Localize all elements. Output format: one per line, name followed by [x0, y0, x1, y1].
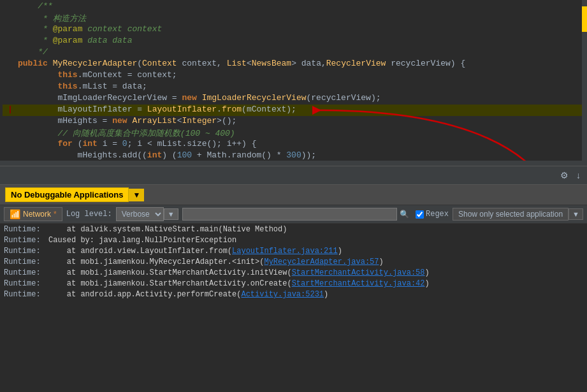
log-level-arrow[interactable]: ▼: [164, 208, 178, 220]
search-icon: 🔍: [397, 210, 412, 219]
log-link[interactable]: LayoutInflater.java:211: [232, 247, 338, 258]
app-selector-label: No Debuggable Applications: [11, 190, 123, 200]
log-suffix: ): [338, 247, 342, 258]
log-message: at dalvik.system.NativeStart.main(Native…: [48, 225, 287, 236]
code-content: public MyRecyclerAdapter(Context context…: [18, 59, 582, 68]
log-tag: Runtime:: [4, 290, 48, 301]
log-line: Runtime: at mobi.jiamenkou.MyRecyclerAda…: [0, 258, 587, 268]
code-line: // 向随机高度集合中添加随机数(100 ~ 400): [3, 127, 587, 139]
code-line: mImgLoaderRecyclerView = new ImgLoaderRe…: [3, 93, 587, 105]
log-tag: Runtime:: [4, 247, 48, 258]
line-gutter: |: [8, 105, 13, 114]
show-app-button[interactable]: Show only selected application: [453, 208, 569, 221]
code-content: mLayoutInflater = LayoutInflater.from(mC…: [18, 105, 582, 114]
code-line: this.mList = data;: [3, 82, 587, 93]
log-suffix: ): [425, 279, 430, 290]
log-link[interactable]: StartMerchantActivity.java:58: [292, 268, 425, 279]
code-content: this.mContext = context;: [18, 70, 582, 80]
log-tag: Runtime:: [4, 268, 48, 279]
code-content: /**: [18, 1, 582, 11]
log-output: Runtime: at dalvik.system.NativeStart.ma…: [0, 224, 587, 392]
code-line: * 构造方法: [3, 13, 587, 24]
horizontal-scrollbar[interactable]: [0, 161, 587, 166]
log-message: at mobi.jiamenkou.StartMerchantActivity.…: [48, 268, 292, 279]
editor-content: /** * 构造方法 * @param context context * @p…: [0, 0, 587, 161]
code-line: */: [3, 47, 587, 59]
log-line: Runtime: at mobi.jiamenkou.StartMerchant…: [0, 268, 587, 279]
log-link[interactable]: StartMerchantActivity.java:42: [292, 279, 425, 290]
code-content: mHeights = new ArrayList<Integer>();: [18, 116, 582, 126]
app-selector-arrow[interactable]: ▼: [129, 189, 144, 201]
log-level-select[interactable]: Verbose Debug Info Warn Error: [116, 207, 164, 221]
code-line: * @param context context: [3, 24, 587, 36]
code-content: mHeights.add((int) (100 + Math.random() …: [18, 150, 582, 160]
log-suffix: ): [379, 258, 384, 268]
editor-toolbar: ⚙ ↓: [0, 166, 587, 185]
show-app-arrow[interactable]: ▼: [569, 208, 583, 220]
code-line: mHeights = new ArrayList<Integer>();: [3, 116, 587, 127]
log-message: at android.view.LayoutInflater.from(: [48, 247, 232, 258]
regex-checkbox-label[interactable]: Regex: [416, 210, 449, 219]
scrollbar-thumb[interactable]: [582, 6, 587, 32]
app-selector-button[interactable]: No Debuggable Applications: [5, 187, 129, 202]
code-content: */: [18, 47, 582, 57]
log-line: Runtime: at dalvik.system.NativeStart.ma…: [0, 225, 587, 236]
debug-bar: No Debuggable Applications ▼: [0, 185, 587, 205]
code-line: * @param data data: [3, 36, 587, 47]
log-message: at mobi.jiamenkou.MyRecyclerAdapter.<ini…: [48, 258, 264, 268]
code-content: for (int i = 0; i < mList.size(); i++) {: [18, 139, 582, 149]
code-editor-wrapper: /** * 构造方法 * @param context context * @p…: [0, 0, 587, 166]
vertical-scrollbar[interactable]: [582, 0, 587, 161]
network-icon: 📶: [10, 209, 20, 219]
code-line: mHeights.add((int) (100 + Math.random() …: [3, 150, 587, 161]
log-line: Runtime: at android.app.Activity.perform…: [0, 290, 587, 301]
log-link[interactable]: MyRecyclerAdapter.java:57: [264, 258, 379, 268]
code-content: mImgLoaderRecyclerView = new ImgLoaderRe…: [18, 93, 582, 103]
network-label: Network: [23, 210, 51, 219]
log-level-label: Log level:: [66, 210, 112, 219]
code-line: public MyRecyclerAdapter(Context context…: [3, 59, 587, 70]
log-message: at android.app.Activity.performCreate(: [48, 290, 241, 301]
code-line: /**: [3, 1, 587, 13]
search-input[interactable]: [182, 208, 397, 221]
code-line: for (int i = 0; i < mList.size(); i++) {: [3, 139, 587, 150]
log-tag: Runtime:: [4, 258, 48, 268]
regex-checkbox[interactable]: [416, 210, 424, 219]
log-line: Runtime: at android.view.LayoutInflater.…: [0, 247, 587, 258]
log-line: Runtime: Caused by: java.lang.NullPointe…: [0, 236, 587, 247]
log-tag: Runtime:: [4, 225, 48, 236]
regex-label: Regex: [426, 210, 449, 219]
code-line: | mLayoutInflater = LayoutInflater.from(…: [3, 105, 587, 116]
code-lines-area[interactable]: /** * 构造方法 * @param context context * @p…: [0, 0, 587, 161]
log-suffix: ): [324, 290, 328, 301]
settings-button[interactable]: ⚙: [558, 169, 571, 182]
log-suffix: ): [425, 268, 430, 279]
log-line: Runtime: at mobi.jiamenkou.StartMerchant…: [0, 279, 587, 290]
toolbar-right: ⚙ ↓: [558, 169, 583, 182]
log-filter-bar: 📶 Network * Log level: Verbose Debug Inf…: [0, 205, 587, 224]
network-button[interactable]: 📶 Network *: [4, 207, 62, 221]
log-link[interactable]: Activity.java:5231: [241, 290, 324, 301]
network-asterisk: *: [54, 210, 57, 219]
code-content: this.mList = data;: [18, 82, 582, 91]
code-content: * @param context context: [18, 24, 582, 34]
log-message: Caused by: java.lang.NullPointerExceptio…: [48, 236, 236, 247]
log-tag: Runtime:: [4, 279, 48, 290]
code-content: * 构造方法: [18, 13, 582, 24]
code-content: * @param data data: [18, 36, 582, 45]
log-tag: Runtime:: [4, 236, 48, 247]
code-content: // 向随机高度集合中添加随机数(100 ~ 400): [18, 127, 582, 139]
collapse-button[interactable]: ↓: [574, 169, 583, 182]
code-line: this.mContext = context;: [3, 70, 587, 82]
log-message: at mobi.jiamenkou.StartMerchantActivity.…: [48, 279, 292, 290]
